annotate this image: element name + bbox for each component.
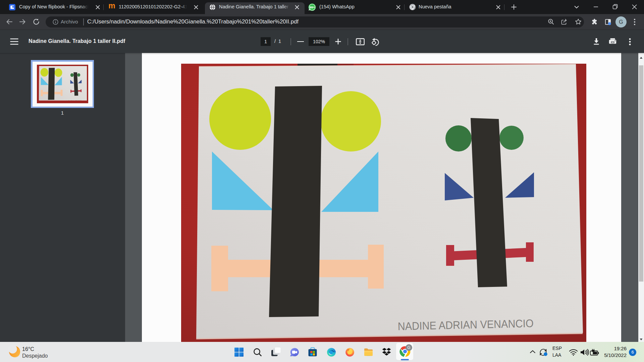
- svg-text:99+: 99+: [310, 5, 315, 9]
